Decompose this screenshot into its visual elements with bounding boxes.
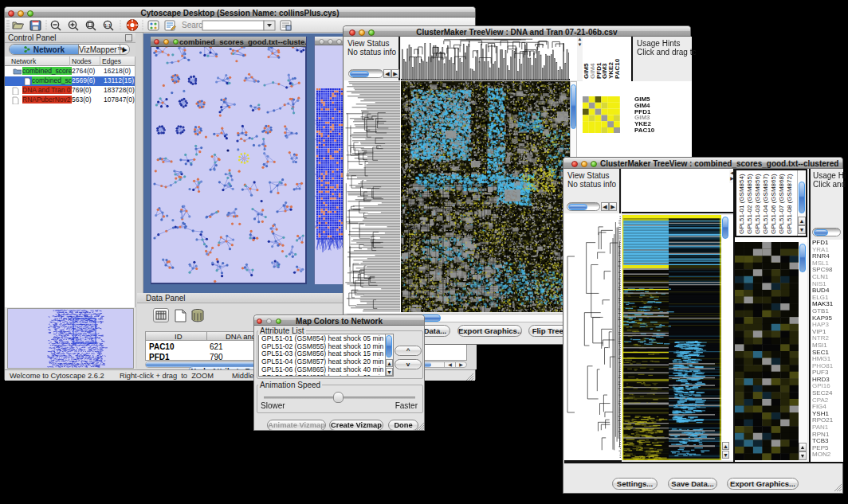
svg-text:1:1: 1:1 <box>104 23 111 28</box>
